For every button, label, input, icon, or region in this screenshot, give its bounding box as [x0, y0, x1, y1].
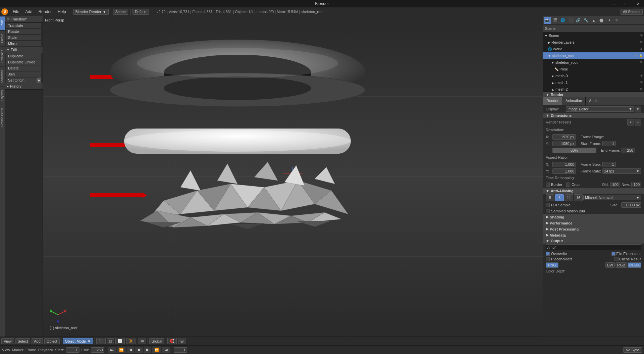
delete-button[interactable]: Delete [6, 65, 41, 71]
prop-icon-scene[interactable]: 🎬 [551, 17, 559, 24]
placeholders-checkbox[interactable] [546, 257, 550, 261]
aa-5-btn[interactable]: 5 [546, 194, 554, 201]
add-btn[interactable]: Add [32, 338, 43, 344]
rgb-btn[interactable]: RGB [615, 262, 627, 268]
step-back-btn[interactable]: ⏪ [117, 347, 126, 353]
select-btn[interactable]: Select [15, 338, 31, 344]
outliner-skeleton-root[interactable]: ▼ skeleton_root 👁 🔒 [543, 52, 644, 59]
display-extra-btn[interactable]: ⚙ [635, 106, 641, 112]
motion-blur-checkbox[interactable] [546, 209, 550, 213]
old-input[interactable]: 100 [610, 182, 620, 187]
crop-checkbox[interactable] [566, 183, 570, 187]
file-ext-checkbox[interactable] [611, 252, 615, 256]
aspect-x-input[interactable]: 1.000 [552, 162, 576, 167]
mirror-button[interactable]: Mirror [6, 41, 41, 46]
size-input[interactable]: 1.000 px [621, 202, 641, 208]
aa-8-btn[interactable]: 8 [555, 194, 564, 201]
dimensions-header[interactable]: ▼ Dimensions [543, 113, 644, 118]
output-path-input[interactable]: /tmp/ [546, 244, 641, 250]
prop-icon-physics[interactable]: ⚛ [613, 17, 621, 24]
outliner-world[interactable]: 🌐 World 👁 [543, 46, 644, 52]
wire-shade-btn[interactable]: □ [107, 338, 114, 344]
metadata-header[interactable]: ▶ Metadata [543, 232, 644, 238]
outliner-skeleton-root2[interactable]: ▼ skeleton_root 👁 [543, 59, 644, 66]
new-input[interactable]: 100 [631, 182, 641, 187]
view-status[interactable]: View [2, 348, 10, 352]
layout-input[interactable]: Default [132, 9, 149, 15]
proportional-btn[interactable]: ◎ [178, 338, 186, 344]
close-button[interactable]: ✕ [632, 0, 644, 7]
play-back-btn[interactable]: ◀ [127, 347, 134, 353]
prop-icon-constraints[interactable]: 🔗 [575, 17, 582, 24]
pct-input[interactable]: 50% [552, 148, 596, 153]
x-res-input[interactable]: 1920 px [552, 134, 576, 140]
global-btn[interactable]: Global [149, 338, 165, 344]
playback-status[interactable]: Playback [38, 348, 53, 352]
full-sample-checkbox[interactable] [546, 203, 550, 207]
start-val[interactable]: 1 [66, 347, 79, 353]
post-processing-header[interactable]: ▶ Post Processing [543, 226, 644, 232]
audio-tab[interactable]: Audio [586, 97, 602, 105]
sync-dropdown[interactable]: No Sync [623, 347, 642, 353]
texture-shade-btn[interactable]: ⬜ [115, 338, 125, 344]
tab-create[interactable]: Create [0, 30, 5, 46]
frame-rate-dropdown[interactable]: 24 fps ▼ [602, 168, 641, 174]
outliner-mesh1[interactable]: ▲ mesh-1 👁 [543, 79, 644, 86]
output-header[interactable]: ▼ Output [543, 238, 644, 244]
end-frame-input[interactable]: 250 [622, 148, 635, 153]
outliner-mesh0[interactable]: ▲ mesh-0 👁 [543, 72, 644, 79]
aspect-y-input[interactable]: 1.000 [552, 168, 576, 174]
mode-dropdown[interactable]: Object Mode ▼ [63, 338, 93, 344]
prop-icon-render[interactable]: 📷 [544, 17, 551, 24]
prop-icon-material[interactable]: ⬤ [598, 17, 605, 24]
set-origin-dropdown[interactable]: ▶ [37, 78, 41, 83]
outliner-pose[interactable]: 🦴 Pose [543, 66, 644, 72]
prop-icon-world[interactable]: 🌐 [559, 17, 567, 24]
outliner-renderlayers[interactable]: ▶ RenderLayers 👁 [543, 39, 644, 46]
shading-header[interactable]: ▶ Shading [543, 214, 644, 220]
frame-current[interactable]: 1 [174, 347, 187, 353]
menu-help[interactable]: Help [55, 9, 69, 15]
overwrite-checkbox[interactable] [546, 252, 550, 256]
all-scenes[interactable]: All Scenes [621, 9, 643, 15]
tab-relations[interactable]: Relations [0, 46, 5, 66]
prop-icon-particles[interactable]: ✦ [605, 17, 613, 24]
frame-status[interactable]: Frame [25, 348, 36, 352]
menu-render[interactable]: Render [36, 9, 54, 15]
scene-input[interactable]: Scene [113, 9, 128, 15]
minimize-button[interactable]: — [608, 0, 620, 7]
outliner-scene[interactable]: ▼ Scene 👁 [543, 32, 644, 39]
outliner-mesh2[interactable]: ▲ mesh-2 👁 [543, 86, 644, 92]
engine-dropdown[interactable]: Blender Render ▼ [73, 9, 109, 15]
viewport[interactable]: Front Persp [43, 16, 543, 337]
translate-button[interactable]: Translate [6, 23, 41, 28]
tab-grease-pencil[interactable]: Grease Pencil [0, 104, 5, 130]
view-btn[interactable]: View [1, 338, 14, 344]
join-button[interactable]: Join [6, 71, 41, 77]
render-shade-btn[interactable]: 🔆 [126, 338, 136, 344]
rotate-button[interactable]: Rotate [6, 29, 41, 34]
performance-header[interactable]: ▶ Performance [543, 220, 644, 226]
border-checkbox[interactable] [546, 183, 550, 187]
presets-remove[interactable]: − [635, 119, 641, 125]
duplicate-button[interactable]: Duplicate [6, 53, 41, 59]
aa-11-btn[interactable]: 11 [565, 194, 573, 201]
render-tab[interactable]: Render [543, 97, 562, 105]
tab-tools[interactable]: Tools [0, 16, 5, 30]
play-btn[interactable]: ▶ [144, 347, 151, 353]
jump-start-btn[interactable]: ⏮ [108, 347, 116, 353]
presets-add[interactable]: + [627, 119, 634, 125]
tab-physics[interactable]: Physics [0, 87, 5, 104]
scene-eye[interactable]: 👁 [640, 34, 643, 37]
frame-step-input[interactable]: 1 [602, 162, 616, 167]
prop-icon-modifiers[interactable]: 🔧 [582, 17, 590, 24]
object-btn[interactable]: Object [44, 338, 60, 344]
snap-btn[interactable]: 🧲 [167, 338, 177, 344]
stop-btn[interactable]: ⏹ [135, 347, 143, 353]
animation-tab[interactable]: Animation [562, 97, 586, 105]
aa-header[interactable]: ▼ Anti-Aliasing [543, 188, 644, 194]
solid-shade-btn[interactable]: ⬛ [96, 338, 106, 344]
menu-file[interactable]: File [10, 9, 22, 15]
aa-method-dropdown[interactable]: Mitchell-Netravali ▼ [583, 195, 641, 200]
scale-button[interactable]: Scale [6, 35, 41, 40]
